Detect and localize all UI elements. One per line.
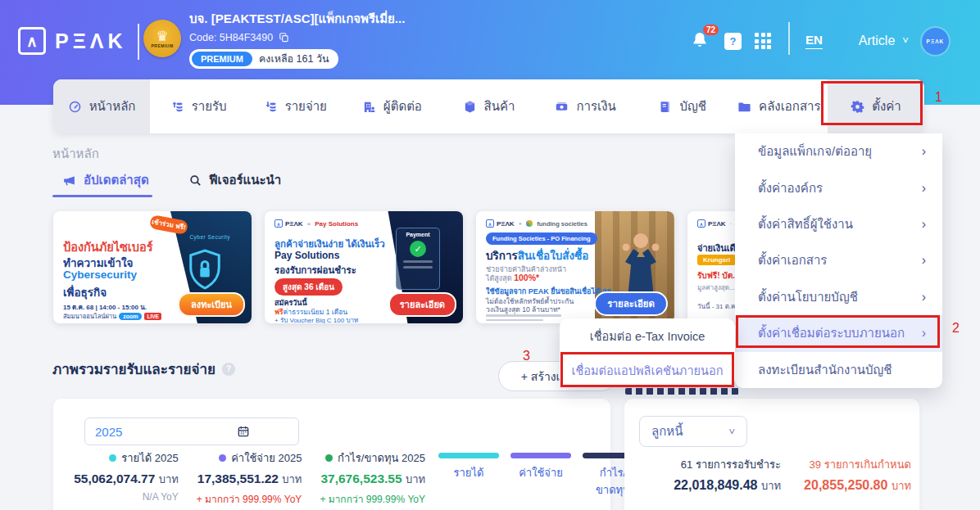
peak-mini-mark-icon: ∧	[697, 219, 706, 228]
stat-expense: ค่าใช้จ่าย 2025 17,385,551.22 บาท + มากก…	[197, 449, 302, 507]
details-button[interactable]: รายละเอียด	[594, 291, 668, 316]
plan-pill[interactable]: PREMIUM คงเหลือ 161 วัน	[189, 49, 338, 69]
plan-days-remaining: คงเหลือ 161 วัน	[259, 51, 329, 67]
overdue-value: 20,855,250.80	[804, 478, 887, 492]
notifications-button[interactable]: 72	[690, 30, 711, 52]
stat-unit: บาท	[159, 473, 179, 485]
premium-crown-badge: ♛ PREMIUM	[143, 20, 181, 57]
pending-value: 22,018,849.48	[674, 478, 757, 492]
banner-sub: มูลค่าสูงสุด...	[697, 282, 735, 293]
banner-cybersecurity[interactable]: Cyber Security เข้าร่วม ฟรี! ป้องกันภัยไ…	[53, 211, 252, 323]
legend-line-expense	[510, 453, 571, 458]
header-divider	[788, 22, 790, 55]
user-avatar[interactable]: PΞΛK	[922, 28, 949, 55]
year-selector[interactable]: 2025	[84, 417, 299, 445]
submenu-item-etax-invoice[interactable]: เชื่อมต่อ e-Tax Invoice	[560, 318, 735, 353]
menu-item-org-settings[interactable]: ตั้งค่าองค์กร ›	[735, 169, 942, 205]
selector-value: ลูกหนี้	[651, 422, 683, 441]
expense-dot	[219, 454, 226, 462]
register-button[interactable]: ลงทะเบียน	[178, 292, 245, 317]
cube-icon	[463, 100, 477, 114]
banner-pay-solutions[interactable]: Payment ✓ ∧PΞΛK × Pay Solutions ลูกค้าจ่…	[265, 211, 463, 323]
profit-dot	[325, 454, 333, 462]
nav-tab-label: การเงิน	[576, 97, 615, 116]
nav-tab-income[interactable]: รายรับ	[150, 79, 247, 133]
pending-label: 61 รายการรอรับชำระ	[674, 456, 781, 473]
article-menu[interactable]: Article ˅	[859, 34, 909, 48]
calendar-icon	[237, 425, 250, 438]
banner-funding-societies[interactable]: ∧PΞΛK + funding societies Funding Societ…	[476, 211, 674, 323]
chevron-down-icon: ˅	[728, 426, 735, 438]
help-button[interactable]: ?	[724, 33, 742, 50]
menu-item-user-permissions[interactable]: ตั้งค่าสิทธิ์ผู้ใช้งาน ›	[735, 206, 942, 242]
menu-item-label: ตั้งค่าสิทธิ์ผู้ใช้งาน	[758, 214, 853, 234]
peak-mini-logo: ∧PΞΛK	[697, 219, 726, 228]
menu-item-accounting-policy[interactable]: ตั้งค่านโยบายบัญชี ›	[735, 279, 942, 315]
nav-tab-label: รายรับ	[192, 97, 227, 116]
partner-logo-text: Pay Solutions	[315, 220, 358, 228]
banner-sub2: ได้สูงสุด 100%*	[486, 273, 539, 284]
legend-line-income	[438, 453, 499, 458]
peak-mini-mark-icon: ∧	[486, 219, 494, 228]
legend-label: รายได้	[438, 464, 499, 481]
peak-mini-logo: ∧PΞΛK	[274, 219, 303, 228]
banner-channel: สัมมนาออนไลน์ผ่าน	[63, 311, 116, 321]
legend-income[interactable]: รายได้	[438, 453, 499, 499]
dot-separator: ·	[730, 220, 733, 228]
language-toggle[interactable]: EN	[805, 33, 823, 49]
stat-label: ค่าใช้จ่าย 2025	[231, 449, 302, 467]
menu-item-package-renew[interactable]: ข้อมูลแพ็กเกจ/ต่ออายุ ›	[735, 133, 942, 169]
nav-tab-settings[interactable]: ตั้งค่า	[828, 79, 924, 133]
annotation-step-1: 1	[935, 90, 942, 105]
chart-legend: รายได้ ค่าใช้จ่าย กำไร/ขาดทุน	[438, 453, 643, 499]
pending-unit: บาท	[761, 480, 781, 492]
banner-title-line4: เพื่อธุรกิจ	[63, 283, 107, 301]
nav-tab-contacts[interactable]: ผู้ติดต่อ	[343, 79, 440, 133]
nav-tab-products[interactable]: สินค้า	[440, 79, 537, 133]
menu-item-external-connections[interactable]: ตั้งค่าเชื่อมต่อระบบภายนอก ›	[735, 315, 942, 351]
partner-logo-icon	[526, 220, 533, 227]
contacts-icon	[362, 100, 376, 114]
megaphone-icon	[62, 174, 76, 187]
zoom-badge: zoom	[119, 313, 142, 320]
stat-value: 55,062,074.77	[74, 472, 155, 485]
copy-icon[interactable]	[279, 32, 290, 43]
stat-income: รายได้ 2025 55,062,074.77 บาท N/A YoY	[74, 449, 179, 507]
nav-tab-accounting[interactable]: บัญชี	[634, 79, 731, 133]
details-button[interactable]: รายละเอียด	[388, 292, 456, 317]
chevron-down-icon: ˅	[902, 37, 909, 45]
legend-expense[interactable]: ค่าใช้จ่าย	[510, 453, 571, 499]
nav-tab-expense[interactable]: รายจ่าย	[247, 79, 343, 133]
menu-item-register-accounting-firm[interactable]: ลงทะเบียนสำนักงานบัญชี	[735, 352, 942, 388]
annotation-step-2: 2	[952, 321, 960, 336]
breadcrumb: หน้าหลัก	[52, 144, 99, 164]
info-icon[interactable]: ?	[222, 363, 235, 376]
nav-tab-label: บัญชี	[679, 97, 706, 116]
stat-yoy: N/A YoY	[74, 491, 179, 503]
receivables-selector[interactable]: ลูกหนี้ ˅	[639, 416, 747, 447]
po-financing-pill: Funding Societies - PO Financing	[486, 232, 597, 245]
ledger-book-icon	[658, 100, 672, 114]
installment-badge: สูงสุด 36 เดือน	[274, 278, 343, 296]
banner-channel-row: สัมมนาออนไลน์ผ่าน zoom LIVE	[63, 311, 161, 321]
premium-crown-label: PREMIUM	[151, 43, 173, 48]
stat-value: 37,676,523.55	[320, 472, 402, 485]
tab-latest-updates[interactable]: อัปเดตล่าสุด	[62, 170, 149, 190]
peak-logo[interactable]: ∧ PΞΛK	[18, 22, 139, 60]
menu-item-label: ลงทะเบียนสำนักงานบัญชี	[758, 360, 892, 380]
nav-tab-finance[interactable]: การเงิน	[538, 79, 634, 133]
submenu-item-external-apps[interactable]: เชื่อมต่อแอปพลิเคชันภายนอก	[560, 353, 735, 387]
tab-recommended-features[interactable]: ฟีเจอร์แนะนำ	[188, 170, 281, 190]
menu-item-document-settings[interactable]: ตั้งค่าเอกสาร ›	[735, 242, 942, 278]
nav-tab-home[interactable]: หน้าหลัก	[53, 79, 150, 133]
nav-tab-label: รายจ่าย	[285, 97, 327, 116]
apps-grid-button[interactable]	[755, 33, 771, 49]
banner-highlight: รับฟรี! บัต...	[697, 269, 739, 282]
payment-label: Payment	[406, 232, 429, 237]
overview-stats: รายได้ 2025 55,062,074.77 บาท N/A YoY ค่…	[63, 449, 425, 507]
overdue-label: 39 รายการเกินกำหนด	[804, 456, 911, 473]
banner-logo-row: ∧PΞΛK ·	[697, 219, 732, 228]
expense-icon	[264, 100, 278, 114]
nav-tab-documents[interactable]: คลังเอกสาร	[731, 79, 828, 133]
fine-print-lines	[486, 314, 561, 321]
